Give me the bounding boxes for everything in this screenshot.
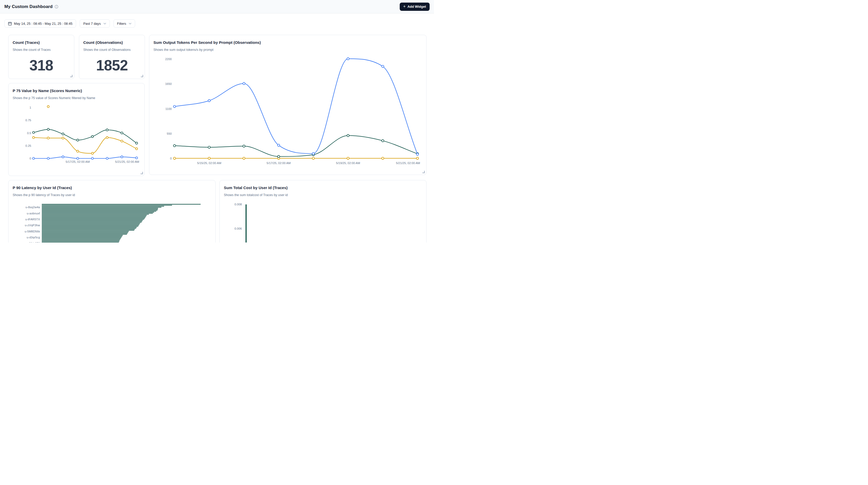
widget-p90-latency: P 90 Latency by User Id (Traces) Shows t… — [8, 180, 216, 243]
svg-text:u-8sq2w4a: u-8sq2w4a — [26, 206, 40, 209]
svg-text:u-tFAR5TX: u-tFAR5TX — [25, 218, 40, 221]
add-widget-button[interactable]: + Add Widget — [400, 3, 430, 11]
svg-text:u-aobnuxf: u-aobnuxf — [27, 212, 40, 215]
resize-handle[interactable] — [423, 171, 425, 173]
resize-handle[interactable] — [70, 75, 72, 77]
page-title: My Custom Dashboard — [4, 4, 53, 9]
widget-count-observations: Count (Observations) Shows the count of … — [79, 35, 145, 79]
svg-text:1: 1 — [30, 106, 31, 109]
svg-text:5/19/25, 02:00 AM: 5/19/25, 02:00 AM — [336, 161, 360, 164]
info-icon[interactable] — [55, 5, 58, 8]
widget-count-traces: Count (Traces) Shows the count of Traces… — [8, 35, 74, 79]
filters-dropdown[interactable]: Filters — [114, 19, 135, 28]
widget-subtitle: Shows the count of Traces — [12, 48, 51, 52]
svg-text:1100: 1100 — [165, 107, 172, 111]
resize-handle[interactable] — [141, 172, 143, 174]
svg-text:5/17/25, 02:00 AM: 5/17/25, 02:00 AM — [267, 161, 290, 164]
filters-label: Filters — [117, 22, 126, 26]
resize-handle[interactable] — [141, 75, 143, 77]
p90-bar-chart[interactable]: u-8sq2w4au-aobnuxfu-tFAR5TXu-zVqP3hwu-5M… — [8, 180, 216, 243]
p75-line-chart[interactable]: 00.250.50.7515/17/25, 02:00 AM5/21/25, 0… — [8, 83, 145, 176]
plus-icon: + — [403, 4, 406, 8]
dashboard-page: My Custom Dashboard + Add Widget May 14,… — [0, 0, 434, 243]
svg-text:u-d3qr5cg: u-d3qr5cg — [27, 236, 40, 239]
toolbar: May 14, 25 : 08:45 - May 21, 25 : 08:45 … — [4, 19, 135, 28]
svg-text:u-zVqP3hw: u-zVqP3hw — [25, 224, 40, 227]
cost-bar-chart[interactable]: 0.0080.006 — [220, 180, 427, 243]
svg-text:1650: 1650 — [165, 82, 172, 85]
date-range-picker[interactable]: May 14, 25 : 08:45 - May 21, 25 : 08:45 — [4, 19, 76, 28]
svg-text:5/15/25, 02:00 AM: 5/15/25, 02:00 AM — [197, 161, 221, 164]
svg-text:0.75: 0.75 — [26, 119, 31, 122]
page-header: My Custom Dashboard + Add Widget — [0, 0, 434, 13]
date-range-value: May 14, 25 : 08:45 - May 21, 25 : 08:45 — [14, 22, 72, 26]
chevron-down-icon — [103, 23, 106, 25]
count-value: 318 — [8, 57, 74, 74]
svg-text:5/21/25, 02:00 AM: 5/21/25, 02:00 AM — [115, 160, 139, 163]
add-widget-label: Add Widget — [407, 5, 426, 8]
svg-text:0.25: 0.25 — [26, 144, 31, 147]
widget-subtitle: Shows the count of Observations — [83, 48, 130, 52]
svg-text:0: 0 — [170, 157, 172, 160]
widget-p75-value: P 75 Value by Name (Scores Numeric) Show… — [8, 83, 145, 176]
svg-text:5/17/25, 02:00 AM: 5/17/25, 02:00 AM — [66, 160, 90, 163]
svg-text:u-8fVa9T3: u-8fVa9T3 — [26, 242, 40, 243]
time-preset-value: Past 7 days — [83, 22, 101, 26]
svg-text:5/21/25, 02:00 AM: 5/21/25, 02:00 AM — [396, 161, 420, 164]
widget-sum-total-cost: Sum Total Cost by User Id (Traces) Shows… — [219, 180, 427, 243]
widget-title: Count (Traces) — [12, 40, 40, 44]
svg-text:0.5: 0.5 — [27, 131, 31, 135]
svg-text:u-5M8D56k: u-5M8D56k — [25, 230, 40, 233]
calendar-icon — [8, 22, 12, 26]
time-preset-dropdown[interactable]: Past 7 days — [80, 19, 110, 28]
svg-text:0: 0 — [30, 157, 31, 160]
svg-text:2200: 2200 — [165, 58, 172, 61]
tokens-line-chart[interactable]: 05501100165022005/15/25, 02:00 AM5/17/25… — [149, 35, 427, 175]
chevron-down-icon — [129, 23, 131, 25]
svg-text:0.008: 0.008 — [235, 203, 242, 206]
svg-text:0.006: 0.006 — [235, 227, 242, 230]
widget-tokens-per-second: Sum Output Tokens Per Second by Prompt (… — [149, 35, 427, 175]
widget-title: Count (Observations) — [83, 40, 123, 44]
svg-text:550: 550 — [167, 132, 172, 135]
count-value: 1852 — [79, 57, 145, 74]
